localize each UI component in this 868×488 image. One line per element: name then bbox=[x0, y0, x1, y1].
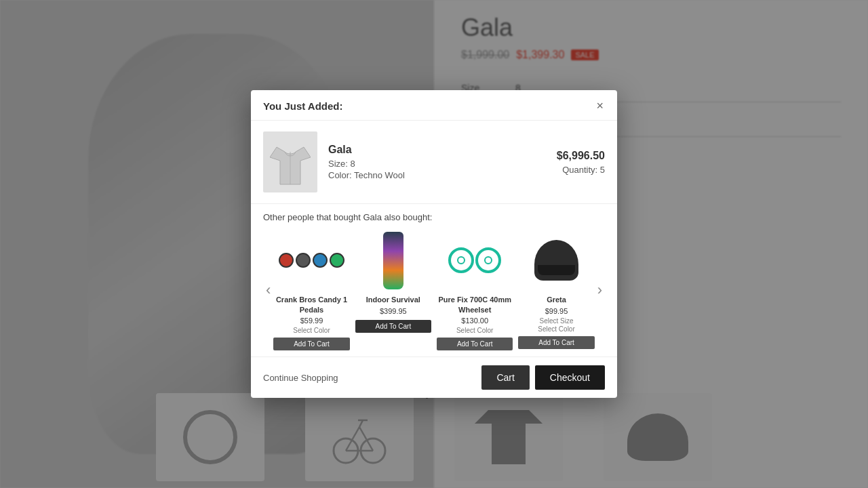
item-price: $6,996.50 bbox=[557, 150, 605, 162]
wheel-right bbox=[475, 247, 501, 273]
snowboard-icon bbox=[383, 232, 403, 289]
modal-header: You Just Added: × bbox=[251, 90, 617, 121]
item-quantity: Quantity: 5 bbox=[557, 165, 605, 175]
product-card-pedals: Crank Bros Candy 1 Pedals $59.99 Select … bbox=[273, 230, 349, 350]
helmet-icon bbox=[534, 240, 578, 281]
pedals-icon bbox=[279, 253, 344, 268]
select-color-pedals[interactable]: Select Color bbox=[273, 327, 349, 334]
product-thumb-helmet bbox=[518, 230, 594, 291]
add-to-cart-snowboard[interactable]: Add To Cart bbox=[355, 320, 431, 333]
carousel-next-button[interactable]: › bbox=[595, 229, 605, 351]
products-grid: Crank Bros Candy 1 Pedals $59.99 Select … bbox=[273, 230, 594, 350]
footer-buttons: Cart Checkout bbox=[481, 365, 605, 390]
add-to-cart-wheels[interactable]: Add To Cart bbox=[437, 338, 513, 350]
product-price-snowboard: $399.95 bbox=[355, 307, 431, 315]
item-thumbnail bbox=[263, 131, 317, 192]
chevron-left-icon: ‹ bbox=[266, 283, 271, 298]
products-carousel: ‹ Crank Bros Candy 1 Pedals $59 bbox=[263, 229, 605, 351]
pedal-red bbox=[279, 253, 294, 268]
product-price-pedals: $59.99 bbox=[273, 317, 349, 325]
product-price-wheels: $130.00 bbox=[437, 317, 513, 325]
product-name-helmet: Greta bbox=[518, 295, 594, 304]
item-color: Color: Techno Wool bbox=[328, 170, 546, 180]
modal-close-button[interactable]: × bbox=[595, 100, 605, 112]
item-details: Gala Size: 8 Color: Techno Wool bbox=[328, 144, 546, 180]
item-price-quantity: $6,996.50 Quantity: 5 bbox=[557, 150, 605, 175]
checkout-button[interactable]: Checkout bbox=[535, 365, 605, 390]
wheel-hub-left bbox=[457, 256, 465, 264]
product-thumb-pedals bbox=[273, 230, 349, 291]
jacket-icon bbox=[270, 137, 311, 188]
also-bought-title: Other people that bought Gala also bough… bbox=[263, 212, 605, 222]
product-card-wheels: Pure Fix 700C 40mm Wheelset $130.00 Sele… bbox=[437, 230, 513, 350]
item-name: Gala bbox=[328, 144, 546, 156]
product-card-helmet: Greta $99.95 Select Size Select Color Ad… bbox=[518, 230, 594, 350]
product-name-snowboard: Indoor Survival bbox=[355, 295, 431, 304]
wheels-icon bbox=[448, 247, 501, 273]
add-to-cart-helmet[interactable]: Add To Cart bbox=[518, 336, 594, 349]
select-size-helmet[interactable]: Select Size bbox=[518, 317, 594, 325]
wheel-hub-right bbox=[484, 256, 492, 264]
product-name-wheels: Pure Fix 700C 40mm Wheelset bbox=[437, 295, 513, 314]
chevron-right-icon: › bbox=[597, 283, 602, 298]
product-card-snowboard: Indoor Survival $399.95 Add To Cart bbox=[355, 230, 431, 350]
cart-button[interactable]: Cart bbox=[481, 365, 529, 390]
added-item-row: Gala Size: 8 Color: Techno Wool $6,996.5… bbox=[251, 121, 617, 204]
item-size: Size: 8 bbox=[328, 159, 546, 169]
carousel-prev-button[interactable]: ‹ bbox=[263, 229, 273, 351]
helmet-visor bbox=[538, 265, 575, 275]
add-to-cart-pedals[interactable]: Add To Cart bbox=[273, 338, 349, 350]
add-to-cart-modal: You Just Added: × Gala Size: 8 Color: Te… bbox=[251, 90, 617, 398]
pedal-blue bbox=[313, 253, 328, 268]
product-thumb-wheels bbox=[437, 230, 513, 291]
modal-footer: Continue Shopping Cart Checkout bbox=[251, 357, 617, 398]
modal-header-title: You Just Added: bbox=[263, 100, 343, 112]
also-bought-section: Other people that bought Gala also bough… bbox=[251, 204, 617, 357]
wheel-left bbox=[448, 247, 474, 273]
pedal-dark bbox=[296, 253, 311, 268]
pedal-green bbox=[330, 253, 344, 268]
select-color-wheels[interactable]: Select Color bbox=[437, 327, 513, 334]
select-color-helmet[interactable]: Select Color bbox=[518, 325, 594, 333]
product-price-helmet: $99.95 bbox=[518, 307, 594, 315]
product-name-pedals: Crank Bros Candy 1 Pedals bbox=[273, 295, 349, 314]
product-thumb-snowboard bbox=[355, 230, 431, 291]
continue-shopping-button[interactable]: Continue Shopping bbox=[263, 373, 338, 383]
